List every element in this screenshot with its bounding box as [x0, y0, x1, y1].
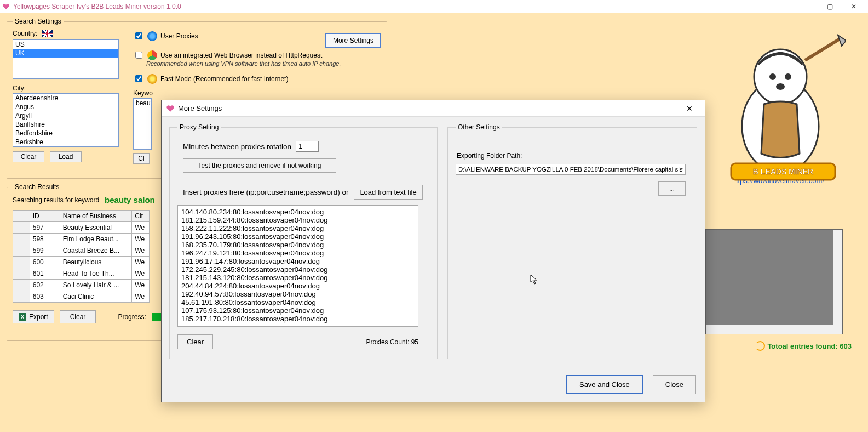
preview-scrollbar-v[interactable]	[833, 230, 842, 325]
cell-name: Caci Clinic	[60, 291, 132, 303]
use-browser-hint: Recommended when using VPN software that…	[146, 60, 381, 67]
table-row[interactable]: 597Beauty EssentialWe	[13, 222, 150, 234]
searching-keyword: beauty salon	[105, 195, 155, 204]
use-browser-label: Use an integrated Web Browser instead of…	[160, 52, 322, 59]
proxies-count-label: Proxies Count: 95	[366, 338, 418, 346]
country-item[interactable]: US	[13, 40, 118, 49]
row-selector[interactable]	[13, 280, 30, 291]
keyword-item[interactable]: beauty	[134, 99, 151, 107]
results-clear-button[interactable]: Clear	[60, 310, 96, 323]
row-header-blank	[13, 211, 30, 222]
dialog-close-icon[interactable]: ✕	[679, 104, 700, 113]
city-item[interactable]: Bedfordshire	[13, 129, 118, 138]
row-selector[interactable]	[13, 268, 30, 280]
fast-mode-row: Fast Mode (Recommended for fast Internet…	[133, 73, 381, 84]
globe-icon	[147, 31, 157, 41]
other-settings-legend: Other Settings	[456, 123, 502, 131]
country-label: Country:	[13, 30, 37, 37]
city-item[interactable]: Banffshire	[13, 120, 118, 129]
city-clear-button[interactable]: Clear	[13, 151, 44, 162]
svg-point-2	[769, 73, 776, 80]
more-settings-button[interactable]: More Settings	[325, 33, 381, 48]
svg-line-7	[805, 38, 841, 60]
proxies-clear-button[interactable]: Clear	[177, 334, 213, 349]
proxy-setting-legend: Proxy Setting	[177, 123, 221, 131]
row-selector[interactable]	[13, 222, 30, 234]
city-item[interactable]: Aberdeenshire	[13, 94, 118, 103]
export-label: Export	[29, 313, 48, 321]
city-listbox[interactable]: AberdeenshireAngusArgyllBanffshireBedfor…	[13, 93, 119, 147]
proxies-textarea[interactable]	[177, 205, 418, 327]
city-load-button[interactable]: Load	[50, 151, 82, 162]
table-row[interactable]: 600BeautyliciousWe	[13, 257, 150, 268]
col-city[interactable]: Cit	[132, 211, 150, 222]
table-row[interactable]: 599Coastal Breeze B...We	[13, 245, 150, 257]
save-and-close-button[interactable]: Save and Close	[566, 375, 643, 394]
total-entries-label: Totoal entries found: 603	[767, 342, 852, 350]
row-selector[interactable]	[13, 234, 30, 245]
country-item[interactable]: UK	[13, 49, 118, 58]
search-settings-legend: Search Settings	[13, 18, 64, 25]
user-proxies-checkbox[interactable]	[135, 32, 142, 39]
window-close-button[interactable]: ✕	[842, 1, 866, 13]
main-panel: Search Settings More Settings Country: U…	[0, 13, 868, 432]
table-row[interactable]: 603Caci ClinicWe	[13, 291, 150, 303]
city-label: City:	[13, 84, 122, 92]
load-from-file-button[interactable]: Load from text file	[354, 185, 422, 200]
col-id[interactable]: ID	[30, 211, 60, 222]
lightning-icon	[147, 74, 157, 84]
window-maximize-button[interactable]: ▢	[818, 1, 842, 13]
cell-city: We	[132, 257, 150, 268]
dialog-close-button[interactable]: Close	[653, 375, 696, 394]
rotation-label: Minutes between proxies rotation	[183, 143, 291, 151]
total-entries-row: Totoal entries found: 603	[755, 341, 852, 351]
search-results-legend: Search Results	[13, 183, 61, 191]
test-proxies-button[interactable]: Test the proxies and remove if not worki…	[183, 158, 336, 173]
cell-city: We	[132, 291, 150, 303]
export-path-input[interactable]	[456, 164, 686, 175]
row-selector[interactable]	[13, 257, 30, 268]
country-listbox[interactable]: USUK	[13, 39, 119, 79]
use-browser-row: Use an integrated Web Browser instead of…	[133, 50, 381, 60]
cell-city: We	[132, 268, 150, 280]
rotation-input[interactable]	[296, 141, 319, 152]
more-settings-dialog: More Settings ✕ Proxy Setting Minutes be…	[161, 100, 705, 402]
row-selector[interactable]	[13, 291, 30, 303]
keywords-clear-button[interactable]: Cl	[133, 153, 150, 164]
city-item[interactable]: Berwickshire	[13, 146, 118, 147]
dialog-app-icon	[166, 104, 175, 113]
other-settings-group: Other Settings Exporting Folder Path: ..…	[447, 123, 697, 359]
table-row[interactable]: 598Elm Lodge Beaut...We	[13, 234, 150, 245]
city-item[interactable]: Berkshire	[13, 138, 118, 146]
svg-point-1	[754, 49, 807, 104]
keywords-listbox[interactable]: beauty	[133, 98, 152, 150]
preview-panel	[705, 229, 843, 334]
window-minimize-button[interactable]: ─	[794, 1, 818, 13]
dialog-titlebar: More Settings ✕	[162, 100, 705, 117]
cell-id: 597	[30, 222, 60, 234]
progress-bar	[152, 313, 162, 321]
use-browser-checkbox[interactable]	[135, 52, 142, 59]
fast-mode-checkbox[interactable]	[135, 75, 142, 82]
export-button[interactable]: X Export	[13, 310, 54, 323]
cell-city: We	[132, 280, 150, 291]
city-item[interactable]: Angus	[13, 103, 118, 111]
col-name[interactable]: Name of Business	[60, 211, 132, 222]
progress-label: Progress:	[118, 313, 146, 321]
city-item[interactable]: Argyll	[13, 111, 118, 120]
window-titlebar: Yellowpages Scraper Ivy's B2B Leads Mine…	[0, 0, 868, 13]
cell-id: 601	[30, 268, 60, 280]
table-row[interactable]: 601Head To Toe Th...We	[13, 268, 150, 280]
results-table[interactable]: ID Name of Business Cit 597Beauty Essent…	[13, 210, 150, 303]
row-selector[interactable]	[13, 245, 30, 257]
svg-text:B LEADS MINER: B LEADS MINER	[753, 167, 813, 176]
browse-folder-button[interactable]: ...	[658, 181, 686, 196]
svg-point-4	[776, 83, 785, 90]
cell-name: Beautylicious	[60, 257, 132, 268]
table-row[interactable]: 602So Lovely Hair & ...We	[13, 280, 150, 291]
cell-name: Coastal Breeze B...	[60, 245, 132, 257]
cell-city: We	[132, 234, 150, 245]
table-header-row: ID Name of Business Cit	[13, 211, 150, 222]
cell-id: 603	[30, 291, 60, 303]
preview-scrollbar-h[interactable]	[706, 325, 842, 334]
